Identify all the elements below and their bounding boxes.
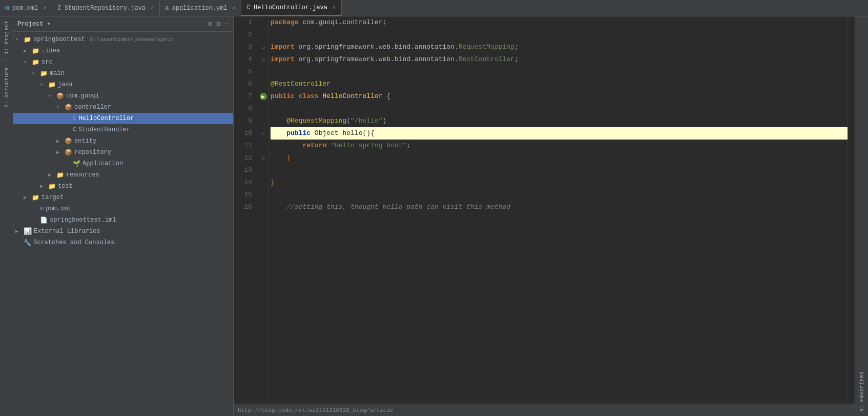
entity-icon: 📦 [65,137,72,145]
keyword-import-2: import [271,53,295,66]
application-label: Application [82,160,123,167]
tab-close-pom[interactable]: × [43,5,47,11]
tree-idea[interactable]: ▶ 📁 .idea [13,45,233,56]
import-pkg-2: org.springframework.web.bind.annotation. [295,53,459,66]
structure-tab-button[interactable]: 2: Structure [2,63,12,112]
app-spring-icon: 🌱 [73,160,80,168]
indent-12 [271,152,286,164]
tree-pom[interactable]: m pom.xml [13,203,233,214]
line-num-4: 4 [238,53,252,66]
main-layout: 1: Project 2: Structure Project ▾ ⊕ ⚙ — … [0,16,868,416]
tree-main[interactable]: ▾ 📁 main [13,68,233,79]
line-num-6: 6 [238,78,252,90]
iml-label: springboottest.iml [50,216,116,224]
locate-icon[interactable]: ⊕ [208,19,212,28]
project-tab-button[interactable]: 1: Project [2,16,12,58]
code-line-16: //setting this, thought hello path can v… [271,201,848,213]
code-line-2 [271,29,848,41]
iml-icon: 📄 [40,216,48,224]
project-panel: Project ▾ ⊕ ⚙ — ▾ 📁 springboottest E:\us… [13,16,234,416]
fold-7[interactable]: ▶ [258,90,268,103]
keyword-package: package [271,16,299,29]
tab-close-student-repo[interactable]: × [151,5,154,11]
line-num-10: 10 [238,127,252,140]
line-num-1: 1 [238,16,252,29]
java-label: java [58,81,73,88]
tree-test[interactable]: ▶ 📁 test [13,181,233,192]
line-num-15: 15 [238,189,252,201]
root-label: springboottest [33,36,85,43]
student-handler-label: StudentHandler [78,126,130,133]
tree-scratches[interactable]: 🔧 Scratches and Consoles [13,237,233,248]
tab-icon-y: a [165,4,169,12]
tab-student-repo[interactable]: I StudentRepository.java × [52,0,160,16]
tree-src[interactable]: ▾ 📁 src [13,56,233,68]
fold-2 [258,29,268,41]
code-line-14: } [271,176,848,189]
ext-label: External Libraries [34,228,100,235]
tree-com-guoqi[interactable]: ▾ 📦 com.guoqi [13,90,233,102]
run-gutter-icon[interactable]: ▶ [260,93,267,100]
favorites-button[interactable]: 4: Favorites [857,367,867,416]
method-close-fold[interactable]: ⊟ [261,155,264,161]
tree-target[interactable]: ▶ 📁 target [13,192,233,203]
tree-entity[interactable]: ▶ 📦 entity [13,135,233,147]
pom-icon: m [40,205,44,212]
tree-java[interactable]: ▾ 📁 java [13,79,233,90]
code-line-8 [271,103,848,115]
fold-10[interactable]: ⊟ [258,127,268,140]
resources-icon: 📁 [56,171,64,179]
import-class-2: RestController [459,53,514,66]
test-label: test [58,183,73,190]
tree-controller[interactable]: ▾ 📦 controller [13,102,233,113]
com-guoqi-label: com.guoqi [66,92,99,100]
code-line-3: import org.springframework.web.bind.anno… [271,41,848,53]
tree-root[interactable]: ▾ 📁 springboottest E:\userCodes\javaee\s… [13,34,233,45]
repository-label: repository [74,149,111,156]
method-fold-icon[interactable]: ⊟ [261,130,264,136]
tab-close-application-yml[interactable]: × [233,5,236,11]
right-sidebar: 4: Favorites [855,16,868,416]
tree-resources[interactable]: ▶ 📁 resources [13,169,233,181]
code-content[interactable]: package com.guoqi.controller; import org… [268,16,848,404]
tree-iml[interactable]: 📄 springboottest.iml [13,214,233,226]
tree-hello-controllor[interactable]: C HelloControllor [13,113,233,124]
tab-hello-controller[interactable]: C HelloControllor.java × [241,0,341,16]
sidebar-divider-1 [2,60,12,60]
tree-external-libraries[interactable]: ▶ 📊 External Libraries [13,226,233,237]
fold-12[interactable]: ⊟ [258,152,268,164]
mapping-val: ( [346,115,350,127]
line-num-14: 14 [238,176,252,189]
tree-repository[interactable]: ▶ 📦 repository [13,147,233,158]
tab-application-yml[interactable]: a application.yml × [160,0,241,16]
tab-bar: m pom.xml × I StudentRepository.java × a… [0,0,868,16]
fold-3[interactable]: ⊟ [258,41,268,53]
code-line-1: package com.guoqi.controller; [271,16,848,29]
src-folder-icon: 📁 [32,58,39,66]
import-fold-icon-2[interactable]: ⊟ [261,56,264,63]
line-num-2: 2 [238,29,252,41]
fold-4[interactable]: ⊟ [258,53,268,66]
keyword-import-1: import [271,41,295,53]
tree-student-handler[interactable]: C StudentHandler [13,124,233,135]
minimize-icon[interactable]: — [225,19,229,28]
space-1 [295,90,299,103]
line-num-7: 7 [238,90,252,103]
fold-9 [258,115,268,127]
settings-icon[interactable]: ⚙ [216,19,220,28]
tree-application[interactable]: 🌱 Application [13,158,233,169]
import-semi-2: ; [514,53,519,66]
import-fold-icon[interactable]: ⊟ [261,44,264,50]
string-hello-spring: "hello spring boot" [330,140,406,152]
code-area[interactable]: 1 2 3 4 5 6 7 8 9 10 11 12 13 14 15 16 [234,16,855,404]
class-name: HelloControllor [322,90,382,103]
annotation-request-mapping: @RequestMapping [286,115,346,127]
indent-10 [271,127,286,140]
repository-icon: 📦 [65,149,72,156]
tab-close-hello-controller[interactable]: × [333,5,336,11]
code-line-15 [271,189,848,201]
entity-label: entity [74,137,96,145]
tab-pom[interactable]: m pom.xml × [0,0,52,16]
java-folder-icon: 📁 [48,81,56,89]
entity-arrow: ▶ [56,138,63,144]
